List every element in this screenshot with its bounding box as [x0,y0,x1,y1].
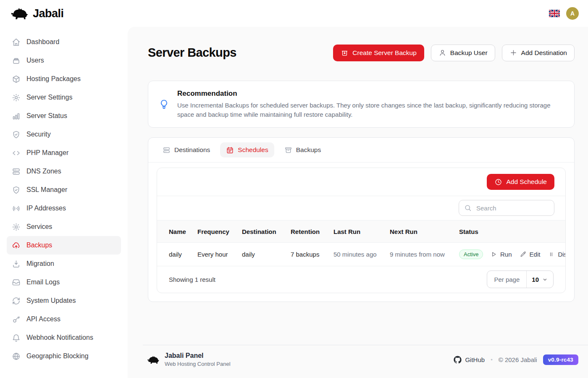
page-title: Server Backups [148,46,236,60]
row-actions: Run Edit Disable [490,251,565,258]
globe-icon [12,352,21,361]
status-badge: Active [459,249,483,259]
tab-backups[interactable]: Backups [278,142,327,158]
github-label: GitHub [465,356,485,363]
app-logo: Jabali [9,7,64,20]
refresh-icon [12,297,21,305]
language-flag-icon[interactable] [549,10,560,17]
sidebar-item-backups[interactable]: Backups [7,236,121,255]
cell-retention: 7 backups [291,243,333,266]
tab-bar: Destinations Schedules Backups [148,138,574,163]
action-label: Disable [558,251,565,258]
sidebar-item-label: Services [26,223,52,231]
button-label: Backup User [450,49,488,57]
search-input[interactable] [475,204,549,212]
sidebar-item-label: IP Addresses [26,205,66,212]
avatar[interactable]: A [566,7,579,20]
gear-icon [12,93,21,102]
top-bar: Jabali A [0,0,588,27]
per-page-select[interactable]: 10 [527,271,553,288]
backup-user-button[interactable]: Backup User [431,45,495,61]
add-destination-button[interactable]: Add Destination [502,45,575,61]
per-page-control: Per page 10 [487,270,554,288]
chevron-down-icon [542,276,548,283]
sidebar-item-label: Server Status [26,112,67,120]
boar-logo-icon [9,7,29,20]
archive-down-icon [341,49,349,57]
page-actions: Create Server Backup Backup User Add Des… [333,45,575,61]
cloud-upload-icon [12,241,21,250]
tab-schedules[interactable]: Schedules [220,142,274,158]
tab-destinations[interactable]: Destinations [157,142,216,158]
sidebar-item-webhook-notifications[interactable]: Webhook Notifications [7,328,121,347]
tab-label: Backups [296,146,321,154]
sidebar-item-server-settings[interactable]: Server Settings [7,88,121,107]
column-header: Destination [242,220,291,243]
calendar-icon [226,146,234,154]
sidebar-item-migration[interactable]: Migration [7,255,121,273]
sidebar-item-label: Hosting Packages [26,75,81,83]
column-header: Name [157,220,197,243]
gear-icon [12,223,21,231]
sidebar-item-label: PHP Manager [26,149,68,157]
version-badge: v0.9-rc43 [543,354,578,365]
sidebar-item-server-status[interactable]: Server Status [7,107,121,125]
copyright: © 2026 Jabali [499,356,537,363]
footer-title: Jabali Panel [165,352,231,360]
sidebar-item-system-updates[interactable]: System Updates [7,291,121,310]
sidebar-item-label: API Access [26,315,60,323]
table-header-row: Name Frequency Destination Retention Las… [157,220,565,243]
sidebar-item-dns-zones[interactable]: DNS Zones [7,162,121,181]
shield-check-icon [12,186,21,194]
sidebar-item-label: Geographic Blocking [26,352,89,360]
footer: Jabali Panel Web Hosting Control Panel G… [143,345,588,378]
play-icon [490,251,497,258]
sidebar-item-dashboard[interactable]: Dashboard [7,33,121,51]
cell-last-run: 50 minutes ago [333,243,390,266]
inbox-icon [12,278,21,287]
user-icon [438,49,446,57]
results-summary: Showing 1 result [169,276,215,283]
sidebar-item-email-logs[interactable]: Email Logs [7,273,121,291]
cell-destination: daily [242,243,291,266]
sidebar-item-geographic-blocking[interactable]: Geographic Blocking [7,347,121,365]
sidebar-item-label: Dashboard [26,38,59,46]
sidebar-item-users[interactable]: Users [7,51,121,70]
pause-icon [548,251,555,258]
github-link[interactable]: GitHub [454,356,485,364]
server-icon [12,167,21,176]
per-page-value: 10 [532,276,539,283]
edit-action[interactable]: Edit [520,251,541,258]
main-content: Server Backups Create Server Backup Back… [128,27,588,378]
add-schedule-button[interactable]: Add Schedule [487,174,554,190]
sidebar-item-label: DNS Zones [26,168,61,175]
disable-action[interactable]: Disable [548,251,565,258]
recommendation-body: Use Incremental Backups for scheduled se… [177,101,564,119]
column-header-actions [490,220,565,243]
sidebar-item-label: Server Settings [26,94,72,101]
tab-label: Schedules [238,146,268,154]
clock-icon [494,178,502,186]
sidebar-item-hosting-packages[interactable]: Hosting Packages [7,70,121,88]
button-label: Add Schedule [506,178,547,186]
sidebar-item-services[interactable]: Services [7,218,121,236]
sidebar-item-ssl-manager[interactable]: SSL Manager [7,181,121,199]
recommendation-title: Recommendation [177,89,564,98]
bar-chart-icon [12,112,21,121]
create-server-backup-button[interactable]: Create Server Backup [333,45,424,61]
sidebar-item-api-access[interactable]: API Access [7,310,121,328]
sidebar: Dashboard Users Hosting Packages Server … [0,27,128,378]
recommendation-card: Recommendation Use Incremental Backups f… [148,81,575,128]
run-action[interactable]: Run [490,251,512,258]
sidebar-item-security[interactable]: Security [7,125,121,144]
bell-icon [12,333,21,342]
sidebar-item-label: System Updates [26,297,76,304]
column-header: Last Run [333,220,390,243]
schedules-card: Add Schedule [157,168,566,293]
tab-label: Destinations [174,146,210,154]
sidebar-item-php-manager[interactable]: PHP Manager [7,144,121,162]
cell-name: daily [157,243,197,266]
sidebar-item-ip-addresses[interactable]: IP Addresses [7,199,121,218]
separator-dot: • [491,357,493,363]
sidebar-item-label: Backups [26,242,52,249]
